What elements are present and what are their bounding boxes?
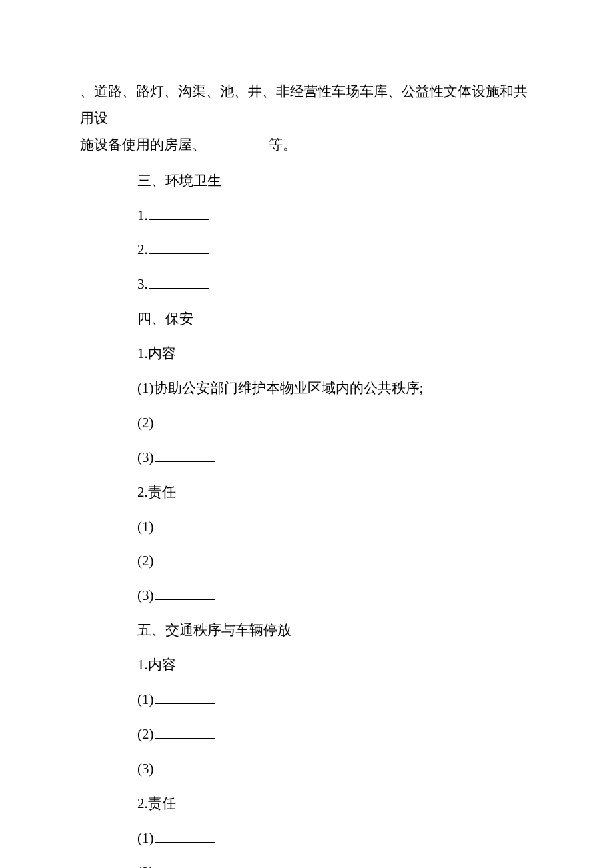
security-resp-label: 2.责任 (80, 479, 533, 506)
traffic-content-2: (2) (80, 721, 533, 748)
blank (155, 865, 215, 868)
item-prefix: (3) (137, 587, 154, 603)
section-traffic-title: 五、交通秩序与车辆停放 (80, 617, 533, 644)
traffic-content-label: 1.内容 (80, 652, 533, 679)
item-prefix: 1. (137, 207, 148, 223)
item-prefix: (2) (137, 864, 154, 868)
section-security-title: 四、保安 (80, 306, 533, 333)
blank (155, 830, 215, 843)
security-content-label: 1.内容 (80, 341, 533, 367)
traffic-resp-2: (2) (80, 859, 533, 868)
blank (155, 415, 215, 427)
blank-inline (207, 137, 267, 149)
item-prefix: (1) (137, 830, 154, 846)
item-text: 协助公安部门维护本物业区域内的公共秩序; (154, 380, 424, 396)
blank (155, 449, 215, 462)
env-item-1: 1. (80, 203, 533, 229)
security-resp-1: (1) (80, 514, 533, 541)
blank (155, 726, 215, 739)
item-prefix: (2) (137, 415, 154, 431)
traffic-resp-1: (1) (80, 825, 533, 852)
blank (155, 691, 215, 704)
blank (155, 519, 215, 531)
item-prefix: 2. (137, 241, 148, 257)
item-prefix: 3. (137, 276, 148, 292)
blank (155, 761, 215, 773)
blank (155, 553, 215, 566)
security-content-3: (3) (80, 445, 533, 471)
traffic-content-3: (3) (80, 756, 533, 783)
traffic-content-1: (1) (80, 687, 533, 713)
security-resp-2: (2) (80, 548, 533, 575)
item-prefix: (1) (137, 380, 154, 396)
item-prefix: (3) (137, 761, 154, 777)
top-paragraph: 、道路、路灯、沟渠、池、井、非经营性车场车库、公益性文体设施和共用设 施设备使用… (80, 79, 533, 159)
security-resp-3: (3) (80, 583, 533, 609)
top-line-1: 、道路、路灯、沟渠、池、井、非经营性车场车库、公益性文体设施和共用设 (80, 83, 528, 126)
blank (149, 207, 209, 220)
env-item-2: 2. (80, 237, 533, 263)
item-prefix: (1) (137, 519, 154, 535)
top-line-2-suffix: 等。 (269, 137, 297, 153)
item-prefix: (3) (137, 449, 154, 465)
section-env-title: 三、环境卫生 (80, 168, 533, 195)
env-item-3: 3. (80, 271, 533, 298)
blank (155, 588, 215, 601)
security-content-1: (1)协助公安部门维护本物业区域内的公共秩序; (80, 375, 533, 402)
top-line-2-prefix: 施设备使用的房屋、 (80, 137, 206, 153)
blank (149, 242, 209, 255)
item-prefix: (2) (137, 553, 154, 569)
traffic-resp-label: 2.责任 (80, 791, 533, 817)
security-content-2: (2) (80, 410, 533, 437)
document-page: 、道路、路灯、沟渠、池、井、非经营性车场车库、公益性文体设施和共用设 施设备使用… (0, 0, 613, 868)
blank (149, 277, 209, 289)
item-prefix: (1) (137, 691, 154, 707)
item-prefix: (2) (137, 726, 154, 742)
